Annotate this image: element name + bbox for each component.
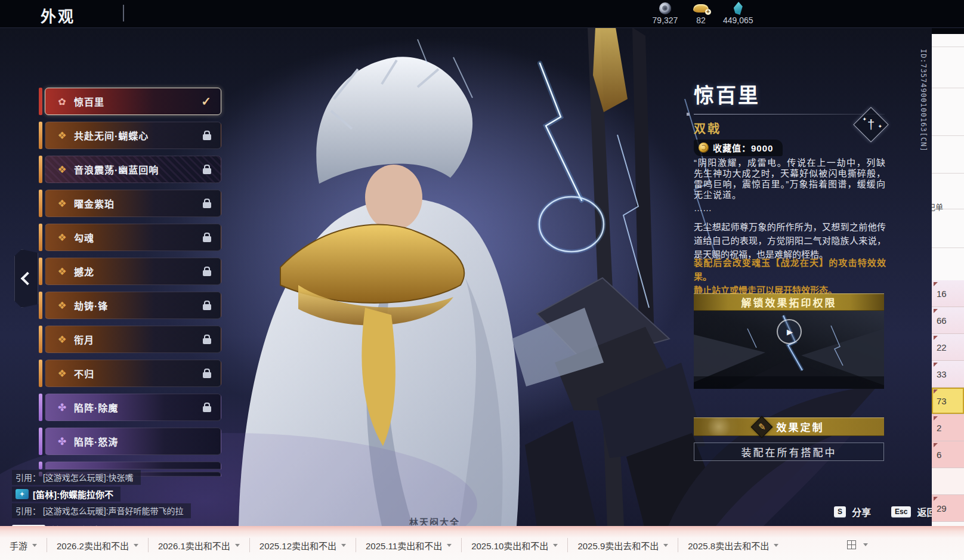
tier-stripe [39, 428, 42, 455]
spreadsheet-empty-cells[interactable]: 记单 [932, 34, 964, 280]
sheet-tab[interactable]: 2026.1卖出和不出 [149, 538, 250, 552]
collection-value: 9000 [751, 143, 773, 153]
chat-text: [笛林]:你蝶能拉你不 [33, 488, 113, 500]
tier-stripe [39, 156, 42, 183]
collection-coin-icon [699, 143, 709, 153]
collection-label: 收藏值： [713, 143, 751, 153]
sheet-tab[interactable]: 2025.11卖出和不出 [356, 538, 462, 552]
list-item[interactable]: 音浪震荡·幽蓝回响 [39, 156, 221, 183]
spreadsheet-cell[interactable]: 73 [932, 388, 964, 414]
list-item[interactable]: 共赴无间·蝴蝶心 [39, 122, 221, 149]
item-state-icon [203, 304, 211, 310]
background-spreadsheet-strip: 记单 16 66 22 33 73 [932, 34, 964, 526]
currency-item[interactable]: 82 [687, 2, 715, 25]
sheet-list-control[interactable] [847, 540, 868, 549]
chevron-down-icon [663, 544, 668, 547]
chevron-down-icon [553, 544, 558, 547]
currency-value: 79,327 [653, 16, 678, 25]
spreadsheet-cell[interactable]: 6 [932, 441, 964, 468]
occluded-background-text: 林天闷大全 [409, 515, 460, 525]
item-label: 劫铸·锋 [74, 298, 108, 313]
spreadsheet-cell[interactable]: 29 [932, 495, 964, 522]
sheet-tabs: 手游 2026.2卖出和不出 2026.1卖出和不出 2025.12卖出和不出 [0, 538, 788, 552]
chevron-down-icon [447, 544, 452, 547]
play-button[interactable] [777, 319, 802, 344]
chevron-down-icon [32, 544, 37, 547]
spreadsheet-cell[interactable]: 2 [932, 414, 964, 441]
sheet-tab[interactable]: 手游 [0, 538, 47, 552]
customize-label: 效果定制 [777, 419, 824, 434]
tier-icon [55, 163, 69, 176]
sheet-tab[interactable]: 2025.9卖出去和不出 [568, 538, 678, 552]
currency-item[interactable]: 79,327 [651, 2, 679, 25]
spreadsheet-text-fragment: 记单 [932, 201, 943, 212]
list-item[interactable]: 衔月 [39, 326, 221, 353]
player-id-watermark: ID:73574900100163[CN] [919, 49, 928, 152]
spreadsheet-cell[interactable] [932, 468, 964, 495]
currency-icon [659, 2, 671, 14]
tier-icon [55, 265, 69, 278]
weapon-type-label: 双戟 [694, 119, 721, 137]
sheet-tab-label: 2025.11卖出和不出 [366, 539, 442, 552]
currency-icon [734, 2, 743, 15]
item-state-icon [201, 94, 211, 109]
equip-all-button[interactable]: 装配在所有搭配中 [694, 443, 884, 461]
sheet-tab[interactable]: 2025.8卖出去和不出 [678, 538, 788, 552]
item-state-icon [203, 168, 211, 174]
tier-stripe [39, 360, 42, 387]
tier-stripe [39, 224, 42, 251]
list-item[interactable]: 勾魂 [39, 224, 221, 251]
share-label[interactable]: 分享 [852, 505, 871, 519]
item-state-icon [203, 338, 211, 344]
item-label: 陷阵·除魔 [74, 400, 118, 414]
effect-preview-video[interactable] [694, 311, 884, 389]
item-label: 勾魂 [74, 230, 94, 245]
cell-value: 66 [937, 315, 947, 326]
spreadsheet-cell[interactable]: 66 [932, 307, 964, 334]
tier-stripe [39, 190, 42, 217]
sheet-tab[interactable]: 2025.12卖出和不出 [250, 538, 356, 552]
lore-text: “阴阳激耀，成雷电。传说在上一劫中，列缺先生神功大成之时，天幕好似被闪电撕碎般，… [694, 157, 886, 262]
list-item[interactable]: 不归 [39, 360, 221, 387]
spreadsheet-cell[interactable]: 33 [932, 361, 964, 388]
unlock-imprint-button[interactable]: 解锁效果拓印权限 [694, 293, 884, 311]
chat-message: ✦ 引用： [这游戏怎么玩暖]:快张嘴 [12, 470, 141, 485]
currency-icon [693, 4, 709, 13]
item-label: 惊百里 [74, 94, 104, 109]
tier-icon [55, 299, 69, 312]
list-item[interactable]: 陷阵·除魔 [39, 394, 221, 421]
cell-value: 16 [937, 289, 947, 299]
chevron-down-icon [235, 544, 240, 547]
sheet-tab-label: 2025.8卖出去和不出 [688, 539, 769, 552]
cell-value: 29 [937, 503, 947, 513]
cell-value: 2 [937, 423, 941, 433]
list-item[interactable]: 惊百里 [39, 88, 221, 115]
collapse-panel-button[interactable] [14, 249, 38, 308]
list-item[interactable]: 劫铸·锋 [39, 292, 221, 319]
currency-value: 82 [696, 16, 706, 25]
list-item-partial[interactable] [39, 462, 221, 469]
sheet-tab[interactable]: 2026.2卖出和不出 [47, 538, 149, 552]
sheet-tab-label: 2026.2卖出和不出 [57, 539, 129, 552]
item-label: 陷阵·怒涛 [74, 434, 118, 448]
effect-customize-button[interactable]: ✎ 效果定制 [694, 417, 884, 436]
currency-item[interactable]: 449,065 [723, 2, 753, 25]
share-keycap: S [834, 506, 846, 517]
list-item[interactable]: 陷阵·怒涛 [39, 428, 221, 455]
tier-stripe [39, 258, 42, 285]
tier-stripe [39, 326, 42, 353]
hotkey-hints: S 分享 Esc 返回 [834, 505, 936, 519]
spreadsheet-cell[interactable]: 16 [932, 280, 964, 307]
spreadsheet-cell[interactable]: 22 [932, 334, 964, 361]
item-label: 撼龙 [74, 264, 94, 279]
list-item[interactable]: 曜金紫珀 [39, 190, 221, 217]
sheet-tab-label: 手游 [10, 539, 27, 552]
cell-value: 6 [937, 450, 941, 460]
effect-note-line: 装配后会改变魂玉【战龙在天】的攻击特效效果。 [694, 256, 886, 283]
sheet-tab-label: 2025.9卖出去和不出 [577, 539, 659, 552]
item-label: 曜金紫珀 [74, 196, 115, 211]
list-item[interactable]: 撼龙 [39, 258, 221, 285]
item-state-icon [203, 134, 211, 140]
sheet-tab[interactable]: 2025.10卖出和不出 [462, 538, 568, 552]
tier-icon [55, 129, 69, 142]
